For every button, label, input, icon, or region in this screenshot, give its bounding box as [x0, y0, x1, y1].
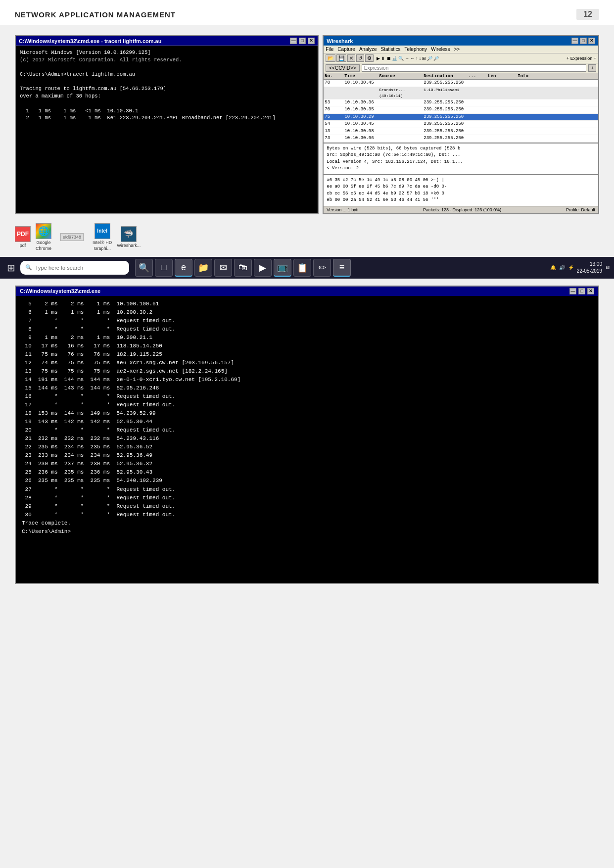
col-source: Source	[379, 74, 424, 79]
chrome-icon-label: Google	[36, 240, 50, 245]
cmd-tracert-controls: — □ ✕	[290, 38, 315, 44]
cmd-trace-row: 14 191 ms 144 ms 144 ms xe-0-1-0-xcr1.ty…	[22, 376, 592, 384]
cmd-line-4: C:\Users\Admin>tracert lightfm.com.au	[20, 71, 314, 78]
cmd-trace-row: 15 144 ms 143 ms 144 ms 52.95.216.248	[22, 384, 592, 392]
ws-tb-reload[interactable]: ↺	[356, 54, 364, 62]
taskbar-app2[interactable]: 📋	[293, 259, 311, 277]
taskbar-sound-icon: 🔊	[559, 265, 565, 270]
desktop-icon-chrome[interactable]: 🌐 Google Chrome	[36, 223, 51, 251]
desktop-icons-area: PDF pdf 🌐 Google Chrome uid97348 Intel I…	[0, 219, 614, 255]
ws-titlebar-controls: — □ ✕	[571, 38, 595, 44]
taskbar-date: 22-05-2019	[577, 268, 602, 275]
ws-menubar: File Capture Analyze Statistics Telephon…	[324, 46, 598, 53]
taskbar-app3[interactable]: ✏	[313, 259, 331, 277]
cmd-line-1: Microsoft Windows [Version 10.0.16299.12…	[20, 49, 314, 56]
ws-menu-wireless[interactable]: Wireless	[431, 47, 450, 52]
cmd-prompt-line: C:\Users\Admin>	[22, 528, 592, 536]
cmd-trace-row: 6 1 ms 1 ms 1 ms 10.200.30.2	[22, 308, 592, 317]
cmd-trace-row: 18 153 ms 144 ms 149 ms 54.239.52.99	[22, 409, 592, 418]
ws-packet-row[interactable]: 5310.10.30.36239.255.255.250	[324, 99, 598, 107]
cmd-bottom-close[interactable]: ✕	[587, 288, 594, 294]
ws-menu-more[interactable]: >>	[454, 47, 460, 52]
ws-minimize-btn[interactable]: —	[571, 38, 578, 44]
ws-packet-row[interactable]: 5410.10.30.45239.255.255.250	[324, 121, 598, 128]
taskbar-task-view[interactable]: □	[155, 259, 173, 277]
taskbar-network-icon: 🔔	[550, 265, 556, 270]
cmd-bottom-minimize[interactable]: —	[569, 288, 576, 294]
desktop-icon-wireshark[interactable]: 🦈 Wireshark...	[117, 226, 141, 248]
cmd-line-2: (c) 2017 Microsoft Corporation. All righ…	[20, 56, 314, 64]
ws-title: Wireshark	[327, 38, 353, 44]
ws-packet-row[interactable]: 7010.10.30.35239.255.255.250	[324, 106, 598, 114]
ws-filter-apply-btn[interactable]: +	[588, 64, 596, 72]
ws-filter-input[interactable]	[362, 64, 586, 72]
col-dest: Destination	[424, 74, 468, 79]
taskbar-time: 13:00	[577, 261, 602, 268]
ws-menu-statistics[interactable]: Statistics	[381, 47, 401, 52]
ws-packet-list: No. Time Source Destination ... Len Info…	[324, 73, 598, 143]
ws-maximize-btn[interactable]: □	[580, 38, 587, 44]
cmd-bottom-maximize[interactable]: □	[578, 288, 585, 294]
ws-hex-line-4: eb 00 00 2a 54 52 41 6e 53 46 44 41 56 '…	[327, 197, 595, 204]
desktop-icon-intel[interactable]: Intel Intel® HD Graphi...	[93, 223, 112, 251]
desktop-icon-pdf[interactable]: PDF pdf	[15, 226, 31, 248]
ws-detail-area: Bytes on wire (528 bits), 66 bytes captu…	[324, 143, 598, 174]
taskbar-cortana[interactable]: 🔍	[135, 259, 153, 277]
ws-packet-row[interactable]: Grandstr...(40:16:11)1.19.Philipsami	[324, 87, 598, 99]
cmd-trace-row: 12 74 ms 75 ms 75 ms ae6-xcr1.sng.cw.net…	[22, 359, 592, 367]
start-button[interactable]: ⊞	[4, 262, 18, 274]
cmd-trace-row: 22 235 ms 234 ms 235 ms 52.95.36.52	[22, 443, 592, 451]
pdf-icon-label: pdf	[20, 243, 26, 248]
cmd-trace-row: 24 230 ms 237 ms 230 ms 52.95.36.32	[22, 460, 592, 468]
ws-menu-file[interactable]: File	[326, 47, 333, 52]
ws-close-btn[interactable]: ✕	[588, 38, 595, 44]
ws-hex-line-1: a0 35 c2 7c 5e 1c 49 1c a5 08 00 45 00 >…	[327, 177, 595, 184]
ws-expression-label: + Expression +	[567, 56, 596, 61]
ws-menu-analyze[interactable]: Analyze	[359, 47, 377, 52]
chrome-icon-sublabel: Chrome	[36, 246, 51, 251]
taskbar-app4[interactable]: ≡	[333, 259, 351, 277]
search-placeholder: Type here to search	[35, 265, 83, 271]
ws-packet-row[interactable]: 7310.10.30.96239.255.255.250	[324, 135, 598, 143]
ws-tb-close[interactable]: ✕	[347, 54, 355, 62]
ws-status-text: Version ... 1 byti	[327, 207, 358, 212]
ws-detail-line-4: < Version: 2	[327, 165, 595, 172]
ws-hex-area: a0 35 c2 7c 5e 1c 49 1c a5 08 00 45 00 >…	[324, 174, 598, 206]
ws-packet-row[interactable]: 1310.10.30.98239.255.255.250	[324, 128, 598, 136]
taskbar-notif-icon: 🖥	[605, 265, 610, 270]
ws-menu-telephony[interactable]: Telephony	[405, 47, 427, 52]
ws-tb-open[interactable]: 📂	[326, 54, 335, 62]
cmd-bottom-titlebar: C:\Windows\system32\cmd.exe — □ ✕	[16, 287, 598, 296]
ws-detail-line-3: Local Version 4, Src: 182.156.217.124, D…	[327, 159, 595, 166]
cmd-line-5	[20, 78, 314, 86]
search-box[interactable]: 🔍 Type here to search	[20, 261, 129, 275]
ws-tb-settings[interactable]: ⚙	[365, 54, 374, 62]
cmd-bottom-body: 5 2 ms 2 ms 1 ms 10.100.100.61 6 1 ms 1 …	[16, 296, 598, 583]
cmd-minimize-btn[interactable]: —	[290, 38, 297, 44]
taskbar-folder[interactable]: 📁	[194, 259, 212, 277]
taskbar-store[interactable]: 🛍	[234, 259, 252, 277]
ws-packet-row-selected[interactable]: 7510.10.30.29239.255.255.250	[324, 114, 598, 121]
cmd-line-3	[20, 63, 314, 71]
ws-tb-save[interactable]: 💾	[336, 54, 346, 62]
cmd-trace-row: 10 17 ms 16 ms 17 ms 118.185.14.250	[22, 342, 592, 350]
ws-packet-row[interactable]: 7010.10.30.45239.255.255.250	[324, 80, 598, 87]
page-number: 12	[576, 9, 599, 20]
taskbar-mail[interactable]: ✉	[214, 259, 232, 277]
desktop-icon-url[interactable]: uid97348	[60, 233, 84, 241]
taskbar-media[interactable]: ▶	[254, 259, 272, 277]
chrome-icon: 🌐	[36, 223, 51, 239]
taskbar-edge[interactable]: e	[175, 259, 192, 277]
cmd-close-btn[interactable]: ✕	[308, 38, 315, 44]
ws-detail-line-1: Bytes on wire (528 bits), 66 bytes captu…	[327, 145, 595, 152]
ws-filter-bar: <<CCVID>> +	[324, 63, 598, 73]
top-section: C:\Windows\system32\cmd.exe - tracert li…	[0, 25, 614, 219]
cmd-trace-row: 30 * * * Request timed out.	[22, 511, 592, 519]
col-info: Info	[518, 74, 577, 79]
taskbar-app1[interactable]: 📺	[274, 259, 291, 277]
col-no: No.	[325, 74, 344, 79]
cmd-maximize-btn[interactable]: □	[299, 38, 306, 44]
ws-menu-capture[interactable]: Capture	[337, 47, 355, 52]
cmd-line-10: 2 1 ms 1 ms 1 ms Ke1-223.29.204.241.PMPL…	[20, 114, 314, 122]
cmd-line-7: over a maximum of 30 hops:	[20, 93, 314, 100]
